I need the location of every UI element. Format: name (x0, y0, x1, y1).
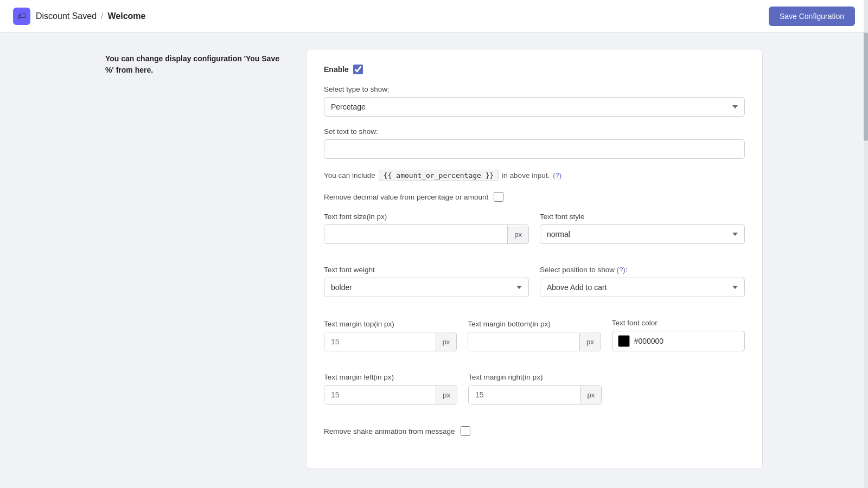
config-panel: Enable Select type to show: Percetage Am… (306, 49, 763, 469)
margin-bottom-input[interactable]: 11 (468, 332, 579, 351)
save-configuration-button[interactable]: Save Configuration (769, 7, 855, 26)
margin-top-group: Text margin top(in px) px (324, 320, 457, 351)
include-code-tag: {{ amount_or_percentage }} (379, 170, 499, 181)
font-weight-group: Text font weight normal bold bolder ligh… (324, 266, 529, 297)
include-help-link[interactable]: (?) (553, 171, 561, 179)
margin-left-group: Text margin left(in px) px (324, 373, 457, 404)
margin-right-input-wrap: px (468, 385, 602, 404)
position-label: Select position to show (?): (540, 266, 745, 274)
margin-top-unit: px (436, 333, 457, 351)
scroll-thumb[interactable] (864, 33, 868, 141)
set-text-group: Set text to show: You saved (324, 127, 745, 159)
main-content: You can change display configuration 'Yo… (92, 33, 776, 485)
color-swatch (618, 335, 630, 347)
select-type-group: Select type to show: Percetage Amount Bo… (324, 85, 745, 117)
header: 🏷 Discount Saved / Welcome Save Configur… (0, 0, 868, 33)
position-group: Select position to show (?): Above Add t… (540, 266, 745, 297)
app-icon-glyph: 🏷 (17, 11, 26, 21)
font-size-input[interactable]: 23 (324, 225, 507, 243)
font-size-label: Text font size(in px) (324, 213, 529, 221)
breadcrumb-part2: Welcome (108, 11, 146, 21)
margin-left-label: Text margin left(in px) (324, 373, 457, 381)
include-hint-row: You can include {{ amount_or_percentage … (324, 170, 745, 181)
enable-checkbox[interactable] (353, 65, 363, 74)
select-type-label: Select type to show: (324, 85, 745, 93)
color-value: #000000 (634, 337, 664, 345)
margin-bottom-unit: px (579, 333, 601, 351)
font-color-group: Text font color #000000 (612, 319, 745, 351)
set-text-label: Set text to show: (324, 127, 745, 136)
app-icon: 🏷 (13, 8, 30, 25)
breadcrumb-part1: Discount Saved (36, 11, 97, 21)
margin-left-unit: px (436, 386, 457, 404)
font-size-input-wrap: 23 px (324, 224, 529, 244)
remove-decimal-label: Remove decimal value from percentage or … (324, 193, 488, 201)
font-style-dropdown[interactable]: normal italic oblique (540, 224, 745, 244)
position-dropdown[interactable]: Above Add to cart Below Add to cart Afte… (540, 278, 745, 297)
font-size-unit: px (507, 226, 528, 243)
font-size-group: Text font size(in px) 23 px (324, 213, 529, 244)
include-suffix: in above input. (502, 171, 550, 179)
margin-bottom-input-wrap: 11 px (468, 332, 601, 351)
breadcrumb-text: Discount Saved / Welcome (36, 11, 145, 21)
margin-left-right-row: Text margin left(in px) px Text margin r… (324, 373, 602, 415)
margin-top-label: Text margin top(in px) (324, 320, 457, 328)
font-weight-dropdown[interactable]: normal bold bolder lighter (324, 278, 529, 297)
include-prefix: You can include (324, 171, 375, 179)
margin-right-label: Text margin right(in px) (468, 373, 602, 381)
margin-top-input-wrap: px (324, 332, 457, 351)
remove-shake-row: Remove shake animation from message (324, 426, 745, 436)
remove-decimal-checkbox[interactable] (494, 192, 503, 202)
margin-right-unit: px (580, 386, 601, 404)
font-style-group: Text font style normal italic oblique (540, 213, 745, 244)
margin-right-group: Text margin right(in px) px (468, 373, 602, 404)
margin-bottom-group: Text margin bottom(in px) 11 px (468, 320, 601, 351)
sidebar-description-text: You can change display configuration 'Yo… (105, 53, 290, 76)
set-text-input[interactable]: You saved (324, 139, 745, 159)
margin-right-input[interactable] (469, 386, 580, 404)
margin-top-input[interactable] (324, 332, 436, 351)
select-type-dropdown[interactable]: Percetage Amount Both (324, 97, 745, 117)
enable-label: Enable (324, 65, 349, 74)
sidebar-description: You can change display configuration 'Yo… (105, 49, 290, 469)
scrollbar[interactable] (864, 0, 868, 488)
font-weight-position-row: Text font weight normal bold bolder ligh… (324, 266, 745, 308)
breadcrumb-separator: / (101, 11, 103, 21)
font-style-label: Text font style (540, 213, 745, 221)
margin-top-bottom-color-row: Text margin top(in px) px Text margin bo… (324, 319, 745, 362)
remove-decimal-row: Remove decimal value from percentage or … (324, 192, 745, 202)
enable-row: Enable (324, 65, 745, 74)
margin-bottom-label: Text margin bottom(in px) (468, 320, 601, 328)
font-color-input-wrap[interactable]: #000000 (612, 331, 745, 351)
font-weight-label: Text font weight (324, 266, 529, 274)
margin-left-input[interactable] (324, 386, 436, 404)
font-color-label: Text font color (612, 319, 745, 327)
position-help-link[interactable]: (?) (617, 266, 626, 274)
margin-left-input-wrap: px (324, 385, 457, 404)
remove-shake-label: Remove shake animation from message (324, 427, 455, 435)
remove-shake-checkbox[interactable] (461, 426, 470, 436)
breadcrumb: 🏷 Discount Saved / Welcome (13, 8, 145, 25)
font-size-style-row: Text font size(in px) 23 px Text font st… (324, 213, 745, 255)
